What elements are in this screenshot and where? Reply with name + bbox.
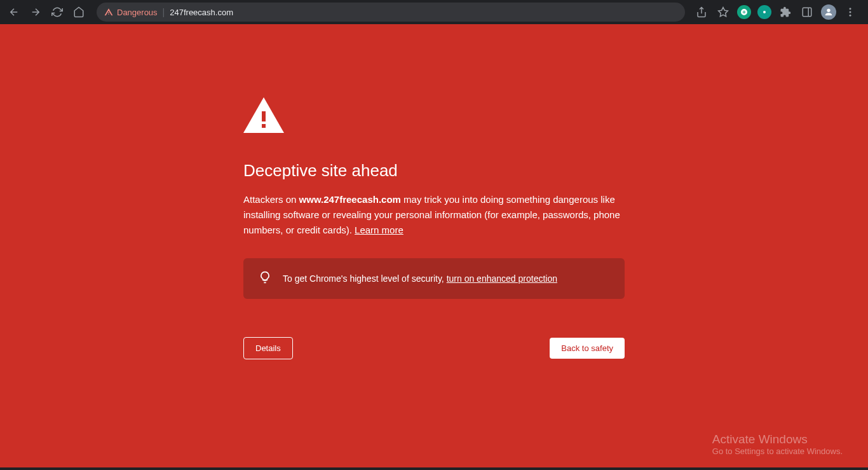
info-box: To get Chrome's highest level of securit… — [243, 258, 625, 299]
side-panel-icon[interactable] — [799, 4, 815, 20]
extension-grammarly-icon[interactable] — [737, 5, 751, 19]
home-button[interactable] — [70, 3, 88, 21]
enhanced-protection-link[interactable]: turn on enhanced protection — [447, 273, 557, 284]
info-box-text: To get Chrome's highest level of securit… — [283, 273, 557, 284]
profile-avatar[interactable] — [821, 4, 836, 20]
forward-button[interactable] — [27, 3, 44, 21]
details-button[interactable]: Details — [243, 337, 293, 359]
svg-point-7 — [850, 15, 851, 17]
svg-point-5 — [850, 8, 851, 10]
extension-icon[interactable] — [757, 5, 771, 19]
warning-triangle-icon — [104, 8, 113, 17]
activate-subtitle: Go to Settings to activate Windows. — [712, 446, 843, 456]
info-prefix: To get Chrome's highest level of securit… — [283, 273, 447, 284]
url-divider: | — [163, 7, 165, 17]
svg-rect-2 — [803, 8, 811, 17]
warning-page: Deceptive site ahead Attackers on www.24… — [0, 24, 868, 467]
address-bar[interactable]: Dangerous | 247freecash.com — [97, 3, 685, 22]
extensions-puzzle-icon[interactable] — [778, 4, 793, 20]
warning-body-prefix: Attackers on — [243, 194, 299, 205]
url-text: 247freecash.com — [170, 8, 233, 17]
svg-point-6 — [850, 11, 851, 13]
lightbulb-icon — [259, 271, 271, 286]
browser-toolbar: Dangerous | 247freecash.com — [0, 0, 868, 24]
svg-point-1 — [763, 11, 766, 13]
svg-marker-0 — [719, 8, 728, 17]
reload-button[interactable] — [48, 3, 66, 21]
warning-title: Deceptive site ahead — [243, 161, 625, 181]
warning-large-icon — [243, 97, 625, 135]
share-icon[interactable] — [694, 4, 709, 20]
warning-body-domain: www.247freecash.com — [299, 194, 401, 205]
warning-body: Attackers on www.247freecash.com may tri… — [243, 192, 625, 238]
svg-rect-9 — [262, 111, 266, 121]
button-row: Details Back to safety — [243, 337, 625, 359]
activate-title: Activate Windows — [712, 432, 843, 446]
danger-indicator: Dangerous — [104, 8, 158, 17]
back-to-safety-button[interactable]: Back to safety — [550, 338, 625, 359]
learn-more-link[interactable]: Learn more — [355, 225, 403, 235]
activate-windows-watermark: Activate Windows Go to Settings to activ… — [712, 432, 843, 456]
svg-rect-10 — [262, 124, 266, 128]
svg-point-4 — [827, 9, 830, 12]
back-button[interactable] — [5, 3, 23, 21]
toolbar-right — [689, 4, 863, 20]
bookmark-star-icon[interactable] — [715, 4, 731, 20]
menu-dots-icon[interactable] — [843, 4, 858, 20]
warning-content: Deceptive site ahead Attackers on www.24… — [243, 97, 625, 467]
danger-label-text: Dangerous — [117, 8, 158, 17]
